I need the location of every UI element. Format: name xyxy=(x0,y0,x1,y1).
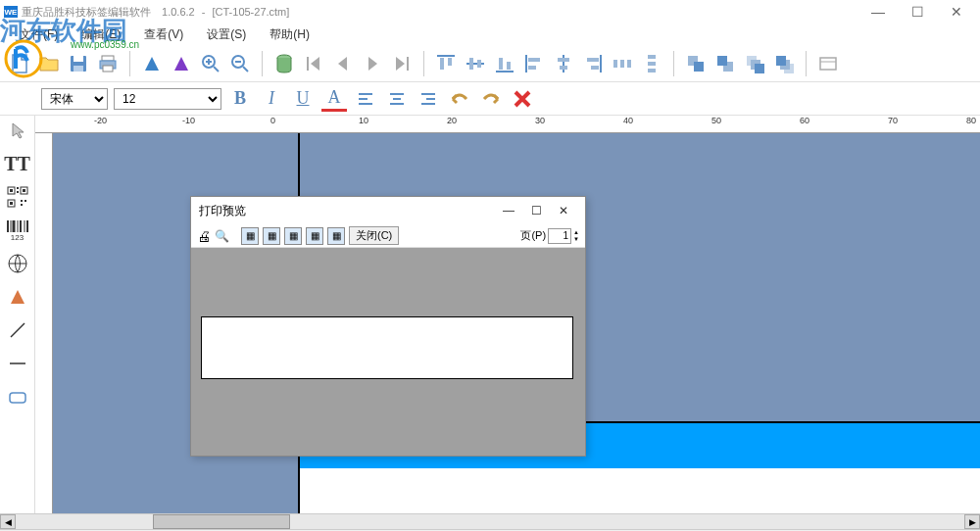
svg-rect-43 xyxy=(694,62,704,72)
more-button[interactable] xyxy=(814,50,842,77)
svg-rect-7 xyxy=(103,66,113,72)
delete-button[interactable] xyxy=(510,86,535,112)
preview-layout-4[interactable]: ▦ xyxy=(306,227,323,245)
preview-close-text-button[interactable]: 关闭(C) xyxy=(349,226,399,245)
svg-rect-64 xyxy=(10,189,13,192)
preview-layout-5[interactable]: ▦ xyxy=(327,227,345,245)
menu-view[interactable]: 查看(V) xyxy=(132,24,195,45)
svg-rect-71 xyxy=(21,200,23,202)
italic-button[interactable]: I xyxy=(259,86,284,112)
menu-help[interactable]: 帮助(H) xyxy=(258,24,321,45)
scroll-thumb[interactable] xyxy=(153,514,290,529)
align-hcenter-button[interactable] xyxy=(550,50,577,77)
preview-layout-2[interactable]: ▦ xyxy=(263,227,280,245)
align-bottom-button[interactable] xyxy=(491,50,518,77)
preview-maximize-button[interactable]: ☐ xyxy=(522,200,550,221)
svg-rect-32 xyxy=(560,66,567,70)
underline-button[interactable]: U xyxy=(290,86,316,112)
horizontal-scrollbar[interactable]: ◀ ▶ xyxy=(0,513,980,529)
svg-rect-19 xyxy=(440,58,444,70)
maximize-button[interactable]: ☐ xyxy=(898,0,937,24)
preview-zoom-icon[interactable]: 🔍 xyxy=(215,229,229,243)
zoom-in-button[interactable] xyxy=(197,50,224,77)
svg-rect-22 xyxy=(469,58,473,70)
preview-title: 打印预览 xyxy=(199,203,495,219)
svg-rect-72 xyxy=(24,200,26,202)
hline-tool[interactable] xyxy=(3,351,32,376)
database-button[interactable] xyxy=(270,50,298,77)
align-vcenter-button[interactable] xyxy=(462,50,489,77)
font-color-button[interactable]: A xyxy=(321,86,347,112)
next-button[interactable] xyxy=(359,50,386,77)
svg-rect-5 xyxy=(102,56,114,61)
align-left-button[interactable] xyxy=(520,50,548,77)
svg-rect-73 xyxy=(21,204,23,206)
preview-label-render xyxy=(201,316,573,379)
svg-rect-69 xyxy=(17,187,19,189)
prev-button[interactable] xyxy=(329,50,357,77)
text-tool[interactable]: TT xyxy=(3,151,32,176)
last-button[interactable] xyxy=(388,50,416,77)
svg-rect-3 xyxy=(74,56,83,62)
print-preview-window: 打印预览 — ☐ ✕ 🖨 🔍 ▦ ▦ ▦ ▦ ▦ 关闭(C) 页(P) ▲ ▼ xyxy=(190,196,586,457)
svg-rect-45 xyxy=(717,56,727,66)
ruler-horizontal: -20 -10 0 10 20 30 40 50 60 70 80 xyxy=(35,116,980,133)
preview-layout-1[interactable]: ▦ xyxy=(241,227,259,245)
svg-rect-25 xyxy=(499,58,503,70)
dist-h-button[interactable] xyxy=(609,50,636,77)
save-button[interactable] xyxy=(65,50,92,77)
redo-button[interactable] xyxy=(478,86,504,112)
preview-page-input[interactable] xyxy=(548,228,571,244)
pointer-tool[interactable] xyxy=(3,118,32,143)
shape-tool[interactable] xyxy=(3,284,32,310)
svg-rect-70 xyxy=(17,191,19,193)
align-right-text-button[interactable] xyxy=(416,86,441,112)
send-back-button[interactable] xyxy=(711,50,739,77)
preview-layout-3[interactable]: ▦ xyxy=(284,227,302,245)
align-center-text-button[interactable] xyxy=(384,86,410,112)
document-name: [CT-105-27.ctm] xyxy=(212,6,289,18)
backward-button[interactable] xyxy=(770,50,798,77)
page-down-button[interactable]: ▼ xyxy=(573,236,579,243)
barcode-tool[interactable]: 123 xyxy=(3,217,32,243)
first-button[interactable] xyxy=(300,50,327,77)
zoom-out-button[interactable] xyxy=(226,50,254,77)
preview-minimize-button[interactable]: — xyxy=(495,200,522,221)
preview-close-button[interactable]: ✕ xyxy=(550,200,577,221)
page-up-button[interactable]: ▲ xyxy=(573,229,579,236)
qrcode-tool[interactable] xyxy=(3,184,32,210)
svg-rect-4 xyxy=(74,66,83,72)
bold-button[interactable]: B xyxy=(227,86,253,112)
fontsize-select[interactable]: 12 xyxy=(114,88,221,110)
print-button[interactable] xyxy=(94,50,122,77)
app-title: 重庆品胜科技标签编辑软件 xyxy=(22,5,151,20)
image-tool[interactable] xyxy=(3,251,32,276)
svg-rect-66 xyxy=(23,189,25,192)
line-tool[interactable] xyxy=(3,317,32,343)
close-button[interactable]: ✕ xyxy=(937,0,976,24)
preview-canvas xyxy=(191,248,585,456)
minimize-button[interactable]: — xyxy=(858,0,898,24)
ruler-vertical xyxy=(35,133,53,513)
forward-button[interactable] xyxy=(741,50,768,77)
font-select[interactable]: 宋体 xyxy=(41,88,108,110)
svg-rect-85 xyxy=(10,393,25,403)
shape1-button[interactable] xyxy=(138,50,166,77)
dist-v-button[interactable] xyxy=(638,50,665,77)
scroll-left-button[interactable]: ◀ xyxy=(0,514,16,529)
preview-print-icon[interactable]: 🖨 xyxy=(197,228,211,244)
preview-toolbar: 🖨 🔍 ▦ ▦ ▦ ▦ ▦ 关闭(C) 页(P) ▲ ▼ xyxy=(191,224,585,248)
svg-line-83 xyxy=(11,323,24,337)
align-left-text-button[interactable] xyxy=(353,86,378,112)
scroll-right-button[interactable]: ▶ xyxy=(964,514,980,529)
rect-tool[interactable] xyxy=(3,384,32,410)
main-toolbar xyxy=(0,45,980,82)
menu-settings[interactable]: 设置(S) xyxy=(195,24,258,45)
undo-button[interactable] xyxy=(447,86,472,112)
align-right-button[interactable] xyxy=(579,50,607,77)
bring-front-button[interactable] xyxy=(682,50,710,77)
shape2-button[interactable] xyxy=(168,50,195,77)
preview-titlebar[interactable]: 打印预览 — ☐ ✕ xyxy=(191,197,585,224)
align-top-button[interactable] xyxy=(432,50,460,77)
svg-rect-68 xyxy=(10,202,13,205)
